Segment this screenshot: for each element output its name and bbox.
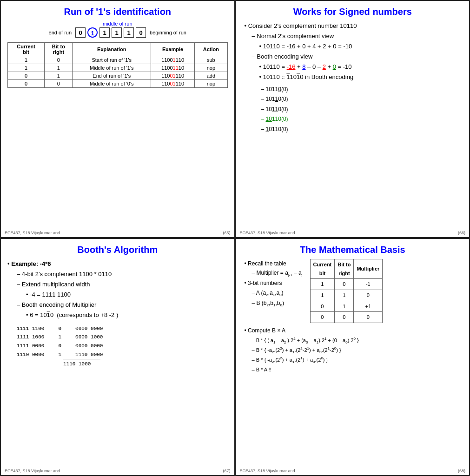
- booths-sub2: • 6 = 1010 (corresponds to +8 -2 ): [26, 310, 228, 320]
- cell: 0: [45, 80, 73, 88]
- run-diagram: middle of run end of run 0 1 1 1 1 0 beg…: [7, 21, 228, 38]
- end-of-run-label: end of run: [49, 30, 72, 35]
- ex-4: – 10110(0): [261, 114, 463, 125]
- recall-bullet: • Recall the table: [245, 259, 303, 268]
- dash-1: – Normal 2's complement view: [252, 31, 463, 41]
- bit-1-circled: 1: [87, 27, 98, 38]
- examples-block: – 10110(0) – 10110(0) – 10110(0) – 10110…: [261, 85, 463, 135]
- cell: 1: [45, 72, 73, 80]
- booths-bullet1: • Example: -4*6: [7, 259, 228, 269]
- comp-rows: 1111 1100 1111 1000 1111 0000 1110 0000 …: [17, 324, 228, 359]
- math-col-multiplier: Multiplier: [354, 259, 383, 279]
- recall-text: • Recall the table – Multiplier = aj-1 –…: [243, 259, 303, 309]
- compute-dash3: – B * { -a2.(22) + a1.(21) + a0.(20) }: [252, 355, 463, 365]
- ex-1: – 10110(0): [261, 85, 463, 95]
- cell: 0: [354, 290, 383, 301]
- table-row: 0 0 Middle of run of '0's 11001110 nop: [8, 80, 228, 88]
- cell: 11001110: [151, 72, 195, 80]
- beginning-of-run-label: beginning of run: [150, 30, 186, 35]
- recall-row: • Recall the table – Multiplier = aj-1 –…: [243, 259, 463, 323]
- booths-dash3: – Booth encoding of Multiplier: [17, 300, 228, 310]
- cell: Start of run of '1's: [73, 56, 151, 64]
- cell: 0: [310, 301, 335, 312]
- compute-bullet: • Compute B × A: [245, 326, 463, 335]
- three-bit-bullet: • 3-bit numbers: [245, 278, 303, 288]
- cell: 11001110: [151, 80, 195, 88]
- cell: nop: [195, 64, 227, 72]
- b-dash: – B (b2,b1,b0): [252, 298, 303, 309]
- cell: 1: [8, 64, 45, 72]
- footer-right-1: (65): [223, 231, 230, 235]
- col-explanation: Explanation: [73, 43, 151, 56]
- cell: 0: [310, 312, 335, 323]
- table-row: 1 0 Start of run of '1's 11001110 sub: [8, 56, 228, 64]
- sub-2: • 10110 = -16 + 8 – 0 – 2 + 0 = -10: [259, 62, 463, 72]
- panel-math-basis: The Mathematical Basis • Recall the tabl…: [235, 238, 470, 476]
- cell: nop: [195, 80, 227, 88]
- booths-content: • Example: -4*6 – 4-bit 2's complement 1…: [7, 259, 228, 369]
- math-content: • Recall the table – Multiplier = aj-1 –…: [243, 259, 463, 374]
- comp-middle: 0 1 0 1: [58, 324, 61, 359]
- cell: 0: [335, 279, 354, 290]
- booths-dash1: – 4-bit 2's complement 1100 * 0110: [17, 269, 228, 279]
- cell: Middle of run of '1's: [73, 64, 151, 72]
- footer-right-3: (67): [223, 469, 230, 473]
- panel3-title: Booth's Algorithm: [7, 245, 228, 255]
- comp-left: 1111 1100 1111 1000 1111 0000 1110 0000: [17, 324, 44, 359]
- cell: 0: [45, 56, 73, 64]
- math-col-current: Currentbit: [310, 259, 335, 279]
- cell: End of run of '1's: [73, 72, 151, 80]
- bit-5: 0: [136, 27, 146, 38]
- booths-sub1: • -4 = 1111 1100: [26, 290, 228, 300]
- cell: 1: [45, 64, 73, 72]
- panel-signed-numbers: Works for Signed numbers • Consider 2's …: [235, 0, 470, 238]
- panel1-title: Run of '1's identification: [7, 7, 228, 17]
- footer-left-1: ECE437, S18 Vijaykumar and: [5, 231, 60, 235]
- col-action: Action: [195, 43, 227, 56]
- cell: Middle of run of '0's: [73, 80, 151, 88]
- cell: +1: [354, 301, 383, 312]
- footer-left-3: ECE437, S18 Vijaykumar and: [5, 469, 60, 473]
- cell: 0: [8, 72, 45, 80]
- panel-run-of-1s: Run of '1's identification middle of run…: [0, 0, 235, 238]
- recall-dash: – Multiplier = aj-1 – aj: [252, 268, 303, 278]
- cell: 11001110: [151, 56, 195, 64]
- dash-2: – Booth encoding view: [252, 52, 463, 62]
- math-row: 0 0 0: [310, 312, 383, 323]
- cell: 1: [335, 301, 354, 312]
- bit-2: 1: [99, 27, 110, 38]
- comp-right: 0000 0000 0000 1000 0000 0000 1110 0000: [75, 324, 103, 359]
- cell: 1: [8, 56, 45, 64]
- bit-4: 1: [124, 27, 134, 38]
- footer-right-4: (68): [458, 469, 465, 473]
- math-col-right: Bit toright: [335, 259, 354, 279]
- compute-dash2: – B * { -a2.(22) + a1.(22-21) + a0.(21-2…: [252, 345, 463, 355]
- compute-dash1: – B * { ( a1 – a2 ).22 + (a0 – a1).21 + …: [252, 336, 463, 345]
- footer-left-4: ECE437, S18 Vijaykumar and: [240, 469, 295, 473]
- table-row: 1 1 Middle of run of '1's 11001110 nop: [8, 64, 228, 72]
- ex-5: – 10110(0): [261, 125, 463, 135]
- bullet-1: • Consider 2's complement number 10110: [245, 21, 463, 31]
- main-grid: Run of '1's identification middle of run…: [0, 0, 470, 476]
- middle-label: middle of run: [7, 21, 228, 26]
- footer-left-2: ECE437, S18 Vijaykumar and: [240, 231, 295, 235]
- bit-3: 1: [112, 27, 122, 38]
- math-table: Currentbit Bit toright Multiplier 1 0 -1…: [310, 259, 383, 323]
- panel2-title: Works for Signed numbers: [243, 7, 463, 17]
- booths-dash2: – Extend multiplicand width: [17, 279, 228, 290]
- run-table: Currentbit Bit toright Explanation Examp…: [7, 42, 228, 88]
- panel4-title: The Mathematical Basis: [243, 245, 463, 255]
- cell: 1: [310, 290, 335, 301]
- sub-3: • 10110 :: 11010 in Booth encoding: [259, 72, 463, 82]
- sub-1: • 10110 = -16 + 0 + 4 + 2 + 0 = -10: [259, 41, 463, 52]
- signed-content: • Consider 2's complement number 10110 –…: [243, 21, 463, 135]
- math-row: 1 1 0: [310, 290, 383, 301]
- cell: 0: [335, 312, 354, 323]
- ex-3: – 10110(0): [261, 105, 463, 115]
- ex-2: – 10110(0): [261, 94, 463, 105]
- compute-dash4: – B * A !!: [252, 365, 463, 374]
- cell: -1: [354, 279, 383, 290]
- cell: 0: [8, 80, 45, 88]
- table-row: 0 1 End of run of '1's 11001110 add: [8, 72, 228, 80]
- comp-result: 1110 1000: [63, 359, 100, 369]
